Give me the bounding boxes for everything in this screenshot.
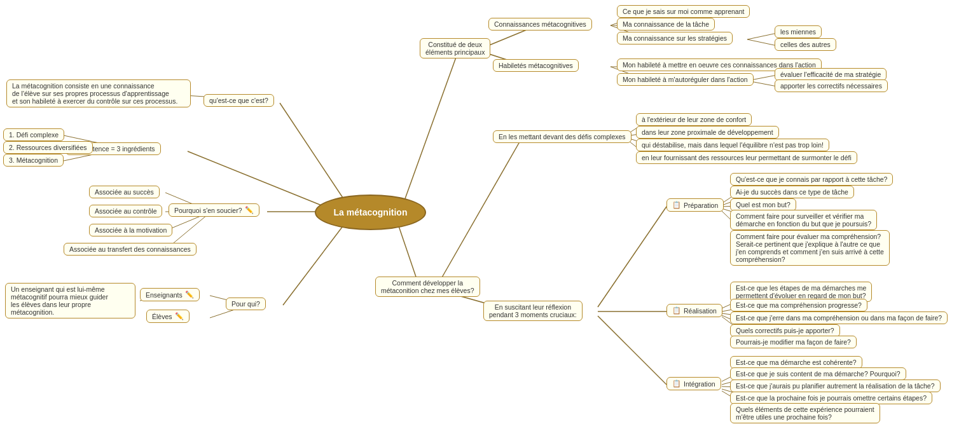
svg-line-36 [598,316,666,385]
eleves-label: Élèves [146,310,190,323]
defi-node: 1. Défi complexe [3,128,64,141]
prep-q1-label: Qu'est-ce que je connais par rapport à c… [730,173,893,186]
int-q5-node: Quels éléments de cette expérience pourr… [730,403,880,423]
en-suscitant-label: En suscitant leur réflexionpendant 3 mom… [483,301,583,321]
svg-line-34 [598,207,666,307]
center-label: La métacognition [315,195,427,230]
ce-que-je-sais-node: Ce que je sais sur moi comme apprenant [617,5,750,18]
mindmap: La métacognition qu'est-ce que c'est? La… [0,0,980,424]
pencil-icon-pourquoi [245,206,254,214]
real-q3-label: Est-ce que j'erre dans ma compréhension … [730,311,948,324]
pour-qui-node: Pour qui? [226,297,266,310]
constitue-node: Constitué de deuxéléments principaux [420,38,490,58]
en-leur-fournissant-label: en leur fournissant des ressources leur … [636,151,857,164]
int-q3-label: Est-ce que j'aurais pu planifier autreme… [730,380,941,392]
pencil-icon-eleves [175,312,184,320]
realisation-node: Réalisation [666,304,722,317]
prep-q4-label: Comment faire pour surveiller et vérifie… [730,210,877,230]
definition-label: La métacognition consiste en une connais… [6,79,191,107]
pourquoi-node: Pourquoi s'en soucier? [169,203,259,217]
svg-line-0 [280,103,347,203]
mon-habilete-auto-node: Mon habileté à m'autoréguler dans l'acti… [617,73,754,86]
note-icon-realisation [672,306,681,315]
quest-ce-node: qu'est-ce que c'est? [204,94,274,107]
enseignants-node: Enseignants [140,288,200,301]
real-q4-label: Quels correctifs puis-je apporter? [730,324,840,337]
en-leur-fournissant-node: en leur fournissant des ressources leur … [636,151,857,164]
assoc-transfert-label: Associée au transfert des connaissances [64,243,197,256]
prep-q4-node: Comment faire pour surveiller et vérifie… [730,210,877,230]
constitue-label: Constitué de deuxéléments principaux [420,38,490,58]
pour-qui-label: Pour qui? [226,297,266,310]
ma-connaissance-strategies-node: Ma connaissance sur les stratégies [617,32,733,44]
les-miennes-label: les miennes [775,25,822,38]
ma-connaissance-tache-label: Ma connaissance de la tâche [617,18,715,31]
enseignants-label: Enseignants [140,288,200,301]
center-node: La métacognition [315,194,426,231]
pourquoi-label: Pourquoi s'en soucier? [169,203,259,217]
mon-habilete-auto-label: Mon habileté à m'autoréguler dans l'acti… [617,73,754,86]
metacog-item-node: 3. Métacognition [3,154,64,167]
prep-q5-node: Comment faire pour évaluer ma compréhens… [730,230,890,266]
ressources-node: 2. Ressources diversifiées [3,141,93,154]
integration-node: Intégration [666,377,721,390]
en-les-mettant-node: En les mettant devant des défis complexe… [493,130,631,143]
assoc-motivation-label: Associée à la motivation [89,224,172,236]
real-q5-node: Pourrais-je modifier ma façon de faire? [730,336,857,348]
comment-dev-label: Comment développer lamétaconition chez m… [375,277,480,297]
prep-q1-node: Qu'est-ce que je connais par rapport à c… [730,173,893,186]
apporter-node: apporter les correctifs nécessaires [775,79,888,92]
svg-line-5 [404,52,458,202]
exterieur-zone-label: à l'extérieur de leur zone de confort [636,113,752,126]
real-q4-node: Quels correctifs puis-je apporter? [730,324,840,337]
zone-proximale-label: dans leur zone proximale de développemen… [636,126,779,139]
real-q3-node: Est-ce que j'erre dans ma compréhension … [730,311,948,324]
evaluer-label: évaluer l'efficacité de ma stratégie [775,68,887,81]
qui-destabilise-node: qui déstabilise, mais dans lequel l'équi… [636,139,829,151]
prep-q2-label: Ai-je du succès dans ce type de tâche [730,186,854,198]
enseignant-desc-label: Un enseignant qui est lui-mêmemétacognit… [5,283,135,318]
assoc-succes-label: Associée au succès [89,186,160,198]
prep-q3-label: Quel est mon but? [730,198,796,211]
int-q3-node: Est-ce que j'aurais pu planifier autreme… [730,380,941,392]
exterieur-zone-node: à l'extérieur de leur zone de confort [636,113,752,126]
eleves-node: Élèves [146,310,190,323]
svg-line-23 [747,39,777,46]
apporter-label: apporter les correctifs nécessaires [775,79,888,92]
assoc-succes-node: Associée au succès [89,186,160,198]
habiletes-node: Habiletés métacognitives [493,59,579,72]
preparation-label: Préparation [666,198,724,212]
int-q2-node: Est-ce que je suis content de ma démarch… [730,367,906,380]
integration-label: Intégration [666,377,721,390]
enseignant-desc-node: Un enseignant qui est lui-mêmemétacognit… [5,283,135,318]
evaluer-node: évaluer l'efficacité de ma stratégie [775,68,887,81]
int-q1-label: Est-ce que ma démarche est cohérente? [730,356,862,369]
ma-connaissance-strategies-label: Ma connaissance sur les stratégies [617,32,733,44]
note-icon-integration [672,380,681,388]
defi-label: 1. Défi complexe [3,128,64,141]
svg-line-28 [439,139,521,283]
ma-connaissance-tache-node: Ma connaissance de la tâche [617,18,715,31]
int-q5-label: Quels éléments de cette expérience pourr… [730,403,880,423]
metacog-item-label: 3. Métacognition [3,154,64,167]
en-suscitant-node: En suscitant leur réflexionpendant 3 mom… [483,301,583,321]
assoc-controle-label: Associée au contrôle [89,205,162,217]
pencil-icon-enseignants [185,291,194,299]
celles-autres-node: celles des autres [775,38,836,51]
real-q5-label: Pourrais-je modifier ma façon de faire? [730,336,857,348]
realisation-label: Réalisation [666,304,722,317]
real-q2-label: Est-ce que ma compréhension progresse? [730,299,867,311]
assoc-motivation-node: Associée à la motivation [89,224,172,236]
svg-line-3 [283,221,347,305]
int-q2-label: Est-ce que je suis content de ma démarch… [730,367,906,380]
qui-destabilise-label: qui déstabilise, mais dans lequel l'équi… [636,139,829,151]
habiletes-label: Habiletés métacognitives [493,59,579,72]
comment-dev-node: Comment développer lamétaconition chez m… [375,277,480,297]
int-q1-node: Est-ce que ma démarche est cohérente? [730,356,862,369]
preparation-node: Préparation [666,198,724,212]
ce-que-je-sais-label: Ce que je sais sur moi comme apprenant [617,5,750,18]
prep-q5-label: Comment faire pour évaluer ma compréhens… [730,230,890,266]
connaissances-label: Connaissances métacognitives [488,18,592,31]
prep-q2-node: Ai-je du succès dans ce type de tâche [730,186,854,198]
int-q4-label: Est-ce que la prochaine fois je pourrais… [730,392,932,404]
